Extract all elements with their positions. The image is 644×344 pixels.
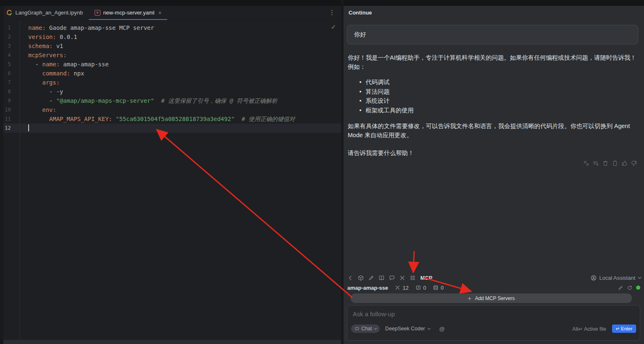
chat-bubble-icon[interactable] [389, 275, 395, 281]
assistant-message: 你好！我是一个AI编程助手，专注于计算机科学相关的问题。如果你有任何编程或技术问… [348, 53, 638, 157]
code-line: mcpServers: [28, 51, 295, 60]
mode-select[interactable]: Chat [351, 325, 380, 333]
thumbs-up-icon[interactable] [621, 160, 628, 167]
delete-icon[interactable] [602, 160, 609, 167]
close-tab-icon[interactable]: × [158, 10, 161, 16]
add-mcp-servers-button[interactable]: + Add MCP Servers [351, 293, 632, 303]
code-line: version: 0.0.1 [28, 32, 295, 41]
code-line: command: npx [28, 69, 295, 78]
add-mcp-servers-label: Add MCP Servers [475, 296, 515, 301]
window-top-strip [0, 0, 644, 6]
chevron-down-icon [428, 327, 431, 329]
insert-at-cursor-icon[interactable] [593, 160, 599, 167]
mcp-server-name[interactable]: amap-amap-sse [347, 285, 388, 291]
chevron-left-icon[interactable] [347, 275, 354, 281]
assistant-bullet-item: 系统设计 [359, 96, 638, 106]
mention-icon[interactable]: @ [439, 326, 445, 332]
text-cursor [28, 124, 29, 131]
pencil-icon[interactable] [368, 275, 374, 281]
code-line: AMAP_MAPS_API_KEY: "55ca6301504f5a085288… [28, 114, 295, 124]
followup-input[interactable]: Ask a follow-up Chat DeepSeek Coder @ Al… [347, 305, 640, 341]
assistant-icon [590, 275, 597, 281]
model-select[interactable]: DeepSeek Coder [385, 326, 429, 332]
input-placeholder: Ask a follow-up [353, 310, 395, 317]
resources-count-badge: 0 [433, 285, 444, 291]
chat-bubble-icon [355, 327, 359, 331]
tab-langgraph-notebook[interactable]: LangGraph_an_Agent.ipynb [0, 6, 89, 20]
tools-count-badge: 12 [395, 285, 408, 291]
notebook-file-icon [6, 10, 12, 16]
code-line: env: [28, 105, 295, 114]
editor-options-icon[interactable]: ⋮ [329, 8, 335, 16]
code-line: - -y [28, 87, 295, 96]
mcp-server-row: amap-amap-sse 12 0 0 [347, 283, 640, 292]
inspections-ok-check-icon: ✓ [331, 23, 336, 31]
ide-window: LangGraph_an_Agent.ipynb Y new-mcp-serve… [0, 0, 644, 344]
model-select-label: DeepSeek Coder [385, 326, 425, 332]
assistant-paragraph: 你好！我是一个AI编程助手，专注于计算机科学相关的问题。如果你有任何编程或技术问… [348, 53, 638, 71]
code-line: args: [28, 78, 295, 87]
tab-new-mcp-server-yaml[interactable]: Y new-mcp-server.yaml × [89, 6, 168, 20]
code-line: schema: v1 [28, 41, 295, 51]
input-controls: Chat DeepSeek Coder @ Alt↵ Active file ↵… [351, 324, 636, 333]
assistant-bullet-item: 框架或工具的使用 [359, 106, 638, 115]
user-message-text: 你好 [354, 31, 366, 38]
copy-icon[interactable] [612, 160, 618, 167]
collapse-icon[interactable] [583, 160, 590, 167]
tab-label: new-mcp-server.yaml [103, 10, 155, 16]
tools-icon [395, 285, 400, 291]
assistant-bullet-item: 算法问题 [359, 87, 638, 97]
yaml-file-icon: Y [95, 10, 100, 16]
code-line: - "@amap/amap-maps-mcp-server" # 这里保留了引号… [28, 96, 295, 105]
cube-icon[interactable] [358, 275, 364, 281]
active-file-hint: Alt↵ Active file [572, 326, 606, 332]
reload-icon[interactable] [627, 285, 632, 291]
prompts-icon [415, 285, 421, 291]
panel-title: Continue [349, 10, 372, 16]
mode-select-label: Chat [361, 326, 372, 332]
code-line: - name: amap-amap-sse [28, 60, 295, 69]
code-area: name: Gaode amap-amap-sse MCP serververs… [28, 23, 295, 133]
window-left-edge [0, 6, 3, 344]
user-message: 你好 [347, 25, 638, 44]
editor-bottom-strip [0, 340, 341, 344]
assistant-paragraph: 请告诉我需要什么帮助！ [348, 148, 638, 157]
assistant-bullet-item: 代码调试 [359, 78, 638, 87]
assistant-bullet-list: 代码调试算法问题系统设计框架或工具的使用 [359, 78, 638, 115]
blocks-icon[interactable] [410, 275, 416, 281]
database-icon [433, 285, 439, 291]
code-line [28, 124, 295, 133]
editor-tab-bar: LangGraph_an_Agent.ipynb Y new-mcp-serve… [0, 6, 341, 20]
code-line: name: Gaode amap-amap-sse MCP server [28, 23, 295, 32]
mcp-section-label[interactable]: MCP [420, 275, 432, 281]
plus-icon: + [468, 295, 471, 302]
mcp-server-actions [618, 285, 640, 291]
tab-label: LangGraph_an_Agent.ipynb [15, 10, 83, 16]
code-editor[interactable]: 123456789101112 name: Gaode amap-amap-ss… [0, 20, 341, 344]
mode-toolbar: MCP Local Assistant [347, 273, 640, 282]
assistant-selector[interactable]: Local Assistant [590, 275, 640, 281]
book-icon[interactable] [378, 275, 385, 281]
tools-icon[interactable] [399, 275, 405, 281]
enter-button[interactable]: ↵ Enter [612, 325, 636, 333]
chevron-down-icon [374, 327, 377, 329]
assistant-paragraph: 如果有具体的文件需要修改，可以告诉我文件名和语言，我会提供清晰的代码片段。你也可… [348, 121, 638, 140]
chevron-down-icon [638, 275, 641, 279]
assistant-selector-label: Local Assistant [599, 275, 635, 281]
gutter-divider [20, 20, 20, 340]
server-status-dot [636, 286, 640, 290]
edit-pencil-icon[interactable] [618, 285, 623, 291]
prompts-count-badge: 0 [415, 285, 426, 291]
message-actions [583, 160, 637, 167]
thumbs-down-icon[interactable] [631, 160, 637, 167]
continue-panel: Continue 你好 你好！我是一个AI编程助手，专注于计算机科学相关的问题。… [344, 6, 644, 344]
